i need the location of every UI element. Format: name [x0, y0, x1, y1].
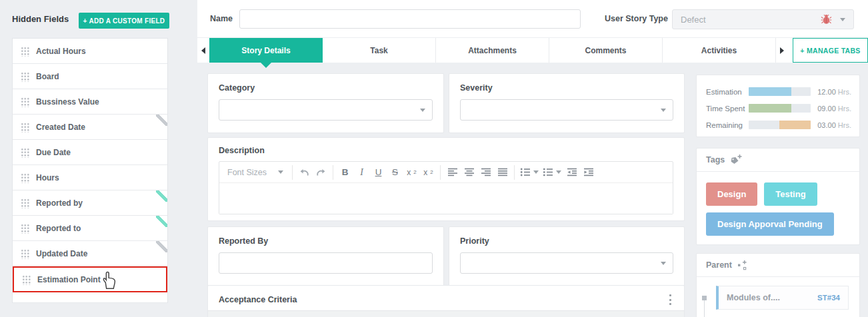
list-item-updated-date[interactable]: Updated Date [13, 241, 167, 266]
bold-button[interactable]: B [337, 164, 353, 181]
add-custom-field-button[interactable]: + ADD A CUSTOM FIELD [79, 13, 169, 29]
name-input[interactable] [239, 9, 581, 29]
estimation-value: 12.00 Hrs. [817, 88, 851, 96]
chevron-down-icon [420, 109, 425, 112]
drag-handle-icon[interactable] [22, 274, 31, 285]
parent-title: Parent [706, 260, 732, 270]
bullet-list-icon [520, 168, 531, 176]
align-justify-button[interactable] [494, 164, 511, 181]
time-spent-bar-fill [749, 104, 791, 113]
tab-comments[interactable]: Comments [549, 38, 663, 63]
time-spent-unit: Hrs. [838, 105, 851, 113]
list-item-placeholder [13, 292, 167, 303]
strikethrough-button[interactable]: S [387, 164, 403, 181]
time-spent-label: Time Spent [706, 105, 749, 113]
list-item-reported-by[interactable]: Reported by [13, 190, 167, 216]
list-item-hours[interactable]: Hours [13, 165, 167, 190]
redo-button[interactable] [313, 164, 329, 181]
toolbar-divider [292, 165, 293, 180]
list-item-label: Estimation Point [37, 275, 101, 284]
outdent-button[interactable] [563, 164, 580, 181]
estimation-bar [749, 87, 811, 96]
tab-activities[interactable]: Activities [663, 38, 776, 63]
parent-story-item[interactable]: Modules of.... ST#34 [716, 286, 849, 310]
description-editor: Font Sizes B I U S x2 x2 [219, 161, 673, 214]
subscript-base: x [423, 168, 427, 177]
estimation-bar-fill [749, 87, 791, 96]
acceptance-criteria-label: Acceptance Criteria [219, 295, 673, 304]
drag-handle-icon[interactable] [21, 248, 29, 259]
list-item-label: Actual Hours [36, 47, 86, 56]
subscript-button[interactable]: x2 [420, 164, 437, 181]
list-item-created-date[interactable]: Created Date [13, 115, 167, 140]
tab-story-details[interactable]: Story Details [209, 38, 323, 63]
align-left-button[interactable] [444, 164, 461, 181]
numbered-list-button[interactable] [541, 164, 563, 181]
tabs-scroll-left-button[interactable] [197, 38, 209, 63]
severity-select[interactable] [460, 99, 673, 121]
align-right-button[interactable] [477, 164, 494, 181]
priority-select[interactable] [460, 252, 673, 274]
drag-handle-icon[interactable] [21, 147, 29, 158]
tag-testing[interactable]: Testing [764, 182, 817, 206]
acceptance-criteria-editor[interactable] [208, 310, 684, 317]
estimation-number: 12.00 [817, 88, 836, 96]
reported-by-label: Reported By [219, 236, 433, 246]
tab-task[interactable]: Task [323, 38, 436, 63]
underline-button[interactable]: U [370, 164, 387, 181]
add-tag-icon[interactable] [730, 154, 743, 166]
user-story-type-label: User Story Type [605, 14, 668, 23]
chevron-down-icon [661, 109, 666, 112]
undo-button[interactable] [296, 164, 313, 181]
superscript-button[interactable]: x2 [403, 164, 420, 181]
editor-toolbar: Font Sizes B I U S x2 x2 [219, 162, 673, 183]
name-label: Name [210, 14, 233, 23]
reported-by-card: Reported By [207, 226, 444, 286]
kebab-menu-icon[interactable] [665, 294, 675, 306]
user-story-type-select[interactable]: Defect [672, 9, 854, 29]
chevron-down-icon [533, 170, 539, 174]
list-item-estimation-point[interactable]: Estimation Point [13, 266, 167, 292]
drag-handle-icon[interactable] [21, 223, 29, 234]
corner-ribbon-icon [156, 241, 167, 252]
outdent-icon [567, 168, 577, 176]
parent-header: Parent [697, 254, 859, 277]
chevron-down-icon [661, 262, 666, 265]
font-sizes-label: Font Sizes [227, 168, 267, 177]
tab-attachments[interactable]: Attachments [436, 38, 549, 63]
redo-icon [316, 168, 326, 177]
list-item-bussiness-value[interactable]: Bussiness Value [13, 89, 167, 115]
description-editor-body[interactable] [219, 183, 673, 214]
time-spent-number: 09.00 [817, 105, 836, 113]
drag-handle-icon[interactable] [21, 97, 29, 107]
drag-handle-icon[interactable] [21, 71, 29, 82]
list-item-board[interactable]: Board [13, 64, 167, 89]
add-parent-icon[interactable] [737, 260, 748, 270]
indent-button[interactable] [580, 164, 597, 181]
drag-handle-icon[interactable] [21, 172, 29, 183]
manage-tabs-button[interactable]: + MANAGE TABS [793, 38, 868, 63]
reported-by-input[interactable] [219, 252, 433, 274]
tag-design-apporval-pending[interactable]: Design Apporval Pending [706, 212, 834, 236]
tag-design[interactable]: Design [706, 182, 757, 206]
list-item-reported-to[interactable]: Reported to [13, 216, 167, 241]
drag-handle-icon[interactable] [21, 198, 29, 208]
list-item-due-date[interactable]: Due Date [13, 140, 167, 165]
time-spent-bar [749, 104, 811, 113]
font-sizes-dropdown[interactable]: Font Sizes [222, 164, 289, 181]
list-item-label: Created Date [36, 123, 85, 132]
category-select[interactable] [219, 99, 433, 121]
list-item-label: Due Date [36, 148, 71, 157]
corner-ribbon-icon [156, 190, 167, 202]
description-card: Description Font Sizes B I U S x2 x2 [207, 137, 685, 221]
time-spent-row: Time Spent 09.00 Hrs. [706, 100, 851, 117]
drag-handle-icon[interactable] [21, 46, 29, 57]
tags-list: Design Testing Design Apporval Pending [697, 172, 859, 246]
drag-handle-icon[interactable] [21, 122, 29, 133]
bullet-list-button[interactable] [518, 164, 541, 181]
italic-button[interactable]: I [353, 164, 370, 181]
parent-story-id: ST#34 [817, 294, 840, 302]
list-item-actual-hours[interactable]: Actual Hours [13, 39, 167, 64]
align-center-button[interactable] [461, 164, 477, 181]
tabs-scroll-right-button[interactable] [776, 38, 788, 63]
